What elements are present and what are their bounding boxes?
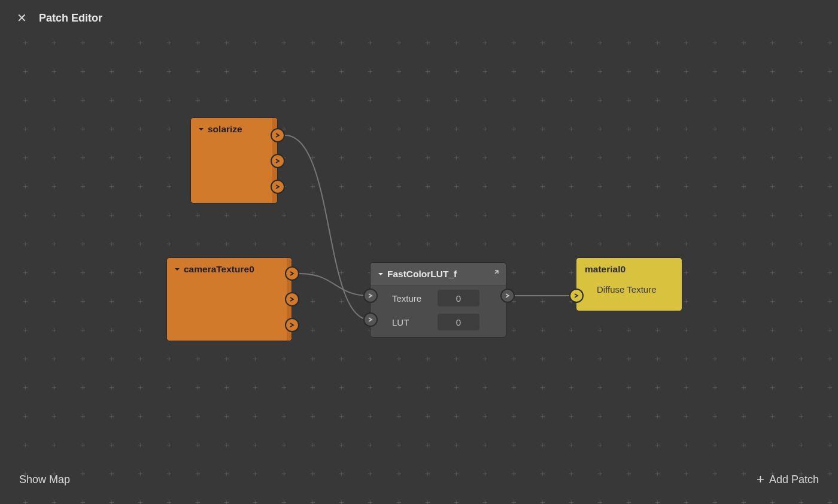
port-solarize-out-2[interactable] <box>271 180 285 194</box>
patch-editor-canvas[interactable]: ++++++++++++++++++++++++++++++++++++++++… <box>0 0 838 504</box>
node-cameratexture0-label: cameraTexture0 <box>184 264 254 275</box>
node-fastcolorlut-row-lut: LUT 0 <box>371 310 506 334</box>
caret-down-icon <box>378 271 384 277</box>
caret-down-icon <box>198 126 204 132</box>
node-solarize-label: solarize <box>208 124 242 135</box>
close-icon[interactable]: ✕ <box>17 11 27 25</box>
add-patch-button[interactable]: + Add Patch <box>757 472 819 487</box>
node-cameratexture0-title[interactable]: cameraTexture0 <box>167 258 292 281</box>
port-camera-out-1[interactable] <box>285 292 299 306</box>
port-fastlut-in-lut[interactable] <box>363 312 378 327</box>
node-fastcolorlut-title[interactable]: FastColorLUT_f <box>371 263 506 286</box>
node-solarize-title[interactable]: solarize <box>191 118 277 141</box>
expand-icon[interactable] <box>490 270 499 278</box>
port-material-in-diffuse[interactable] <box>569 289 584 303</box>
footer-bar: Show Map + Add Patch <box>0 459 838 504</box>
row-input-texture[interactable]: 0 <box>438 290 479 306</box>
port-solarize-out-0[interactable] <box>271 128 285 142</box>
node-material0-sub: Diffuse Texture <box>576 281 682 294</box>
row-input-lut[interactable]: 0 <box>438 314 479 330</box>
node-fastcolorlut[interactable]: FastColorLUT_f Texture 0 LUT 0 <box>370 262 506 338</box>
port-fastlut-in-texture[interactable] <box>363 289 378 303</box>
plus-icon: + <box>757 472 764 487</box>
show-map-button[interactable]: Show Map <box>19 473 70 486</box>
node-material0-title[interactable]: material0 <box>576 258 682 281</box>
row-label-texture: Texture <box>392 293 432 303</box>
port-fastlut-out[interactable] <box>500 289 515 303</box>
header-bar: ✕ Patch Editor <box>0 0 838 36</box>
page-title: Patch Editor <box>39 12 102 25</box>
node-material0[interactable]: material0 Diffuse Texture <box>576 257 682 311</box>
grid-background: ++++++++++++++++++++++++++++++++++++++++… <box>0 0 838 504</box>
node-cameratexture0[interactable]: cameraTexture0 <box>166 257 292 341</box>
port-camera-out-0[interactable] <box>285 266 299 281</box>
port-solarize-out-1[interactable] <box>271 154 285 168</box>
node-fastcolorlut-label: FastColorLUT_f <box>387 269 457 280</box>
node-solarize[interactable]: solarize <box>190 117 278 204</box>
node-material0-label: material0 <box>585 264 626 274</box>
port-camera-out-2[interactable] <box>285 318 299 332</box>
caret-down-icon <box>174 266 180 272</box>
node-fastcolorlut-row-texture: Texture 0 <box>371 286 506 310</box>
row-label-lut: LUT <box>392 317 432 327</box>
